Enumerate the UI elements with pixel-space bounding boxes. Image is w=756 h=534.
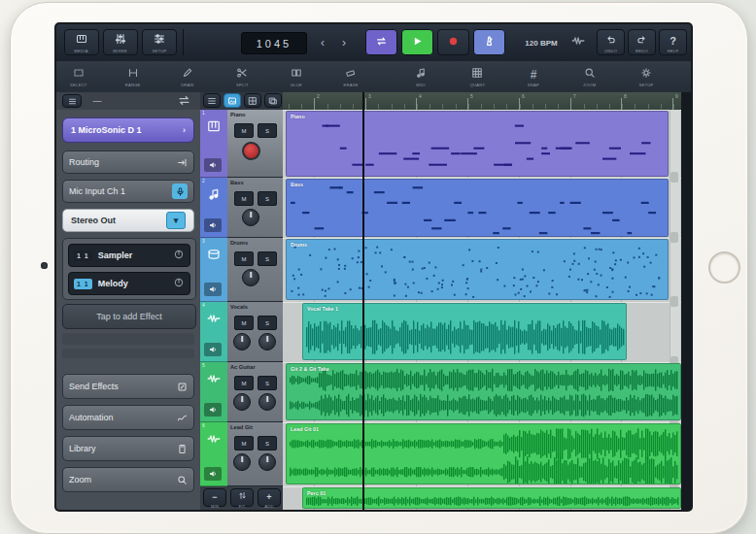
clip-piano[interactable]: Piano bbox=[286, 111, 669, 177]
home-button[interactable] bbox=[708, 251, 740, 284]
solo-button[interactable]: S bbox=[258, 191, 277, 206]
tool-glue-button[interactable]: GLUE bbox=[282, 64, 311, 89]
clip-git-2-git-take[interactable]: Git 2 & Git Take bbox=[286, 363, 681, 420]
track-color-strip[interactable]: 3 bbox=[200, 238, 227, 302]
pan-knob[interactable] bbox=[242, 269, 259, 286]
track-color-strip[interactable]: 2 bbox=[200, 178, 227, 238]
setup-button[interactable]: SETUP bbox=[142, 29, 177, 55]
pan-knob[interactable] bbox=[242, 209, 259, 226]
track-row-5[interactable]: 5Ac GuitarMS bbox=[200, 362, 283, 421]
tracklist-shrink-button[interactable]: −MIN bbox=[203, 488, 226, 507]
solo-button[interactable]: S bbox=[258, 123, 277, 138]
tempo-display[interactable]: 120 BPM bbox=[513, 36, 569, 50]
clip-end-handle[interactable] bbox=[670, 232, 678, 243]
parts-view-button[interactable] bbox=[223, 93, 241, 108]
inspector-collapse-button[interactable]: — bbox=[89, 93, 105, 108]
play-button[interactable] bbox=[401, 29, 433, 55]
grid-view-button[interactable] bbox=[244, 93, 261, 108]
midi-row-1[interactable]: 1 1Melody bbox=[68, 272, 190, 295]
clip-end-handle[interactable] bbox=[670, 172, 678, 183]
list-view-button[interactable] bbox=[203, 93, 221, 108]
volume-knob[interactable] bbox=[258, 393, 276, 411]
solo-button[interactable]: S bbox=[258, 251, 277, 266]
tool-midi-button[interactable]: MIDI bbox=[406, 64, 435, 89]
cycle-button[interactable] bbox=[365, 29, 397, 55]
track-row-1[interactable]: 1PianoMS bbox=[200, 110, 283, 177]
track-row-2[interactable]: 2BassMS bbox=[200, 178, 283, 237]
timeline-ruler[interactable]: 23456789 bbox=[283, 92, 681, 111]
inspector-row-input[interactable]: Mic Input Ch 1 bbox=[62, 180, 194, 203]
clip-perc-01[interactable]: Perc 01 bbox=[302, 487, 681, 509]
mute-button[interactable]: M bbox=[234, 436, 254, 451]
tracklist-fit-button[interactable]: FIT bbox=[230, 488, 254, 507]
layers-view-button[interactable] bbox=[264, 93, 282, 108]
monitor-button[interactable] bbox=[204, 283, 222, 296]
undo-button[interactable]: UNDO bbox=[597, 29, 625, 55]
media-button[interactable]: MEDIA bbox=[64, 29, 99, 55]
left-locator-flag[interactable] bbox=[285, 95, 298, 109]
metronome-button[interactable] bbox=[473, 29, 505, 55]
inspector-section-send-effects[interactable]: Send Effects bbox=[62, 374, 194, 399]
mute-button[interactable]: M bbox=[234, 376, 254, 390]
nudge-back-button[interactable]: ‹ bbox=[315, 32, 330, 52]
clip-lead-git-01[interactable]: Lead Git 01 bbox=[286, 423, 681, 484]
inspector-section-automation[interactable]: Automation bbox=[62, 405, 194, 430]
tool-split-button[interactable]: SPLIT bbox=[227, 64, 257, 89]
position-display[interactable]: 1045 bbox=[241, 32, 307, 54]
solo-button[interactable]: S bbox=[258, 376, 277, 390]
tool-zoom-button[interactable]: ZOOM bbox=[575, 64, 604, 89]
monitor-button[interactable] bbox=[204, 467, 222, 481]
nudge-forward-button[interactable]: › bbox=[336, 32, 352, 52]
solo-button[interactable]: S bbox=[258, 436, 277, 451]
tool-range-button[interactable]: RANGE bbox=[119, 64, 148, 89]
tool-settings-button[interactable]: SETUP bbox=[632, 64, 661, 89]
pan-knob[interactable] bbox=[233, 453, 251, 471]
inspector-mini-button[interactable] bbox=[62, 94, 82, 108]
record-button[interactable] bbox=[437, 29, 469, 55]
output-select[interactable]: Stereo Out▾ bbox=[62, 209, 194, 232]
tool-erase-button[interactable]: ERASE bbox=[336, 64, 365, 89]
solo-button[interactable]: S bbox=[258, 316, 277, 330]
track-color-strip[interactable]: 5 bbox=[200, 362, 227, 422]
mute-button[interactable]: M bbox=[234, 251, 254, 266]
tool-draw-button[interactable]: DRAW bbox=[173, 64, 202, 89]
playhead[interactable] bbox=[362, 92, 364, 510]
mute-button[interactable]: M bbox=[234, 123, 254, 138]
monitor-button[interactable] bbox=[204, 343, 222, 356]
record-arm-button[interactable] bbox=[242, 142, 260, 160]
tool-select-button[interactable]: SELECT bbox=[64, 64, 93, 89]
volume-knob[interactable] bbox=[258, 333, 276, 350]
tracklist-add-button[interactable]: +ADD bbox=[258, 488, 281, 507]
clip-vocal-take-1[interactable]: Vocal Take 1 bbox=[302, 303, 627, 360]
monitor-button[interactable] bbox=[204, 218, 222, 232]
tool-snap-button[interactable]: #SNAP bbox=[519, 64, 548, 89]
redo-button[interactable]: REDO bbox=[628, 29, 656, 55]
monitor-button[interactable] bbox=[204, 158, 222, 172]
help-button[interactable]: ?HELP bbox=[659, 29, 687, 55]
inspector-row-routing[interactable]: Routing bbox=[62, 150, 194, 174]
pan-knob[interactable] bbox=[233, 333, 251, 350]
inspector-section-library[interactable]: Library bbox=[62, 436, 194, 461]
track-color-strip[interactable]: 6 bbox=[200, 422, 227, 486]
mixer-button[interactable]: MIXER bbox=[103, 29, 138, 55]
inspector-track-title[interactable]: 1 MicroSonic D 1› bbox=[62, 117, 194, 143]
inspector-section-zoom[interactable]: Zoom bbox=[62, 467, 194, 492]
clip-drums[interactable]: Drums bbox=[286, 239, 669, 300]
pan-knob[interactable] bbox=[233, 393, 251, 411]
monitor-button[interactable] bbox=[204, 403, 222, 417]
midi-row-0[interactable]: 1 1Sampler bbox=[68, 244, 190, 267]
track-row-3[interactable]: 3DrumsMS bbox=[200, 238, 283, 301]
track-row-4[interactable]: 4VocalsMS bbox=[200, 302, 283, 361]
mute-button[interactable]: M bbox=[234, 316, 254, 330]
track-row-6[interactable]: 6Lead GitMS bbox=[200, 422, 283, 485]
add-effect-button[interactable]: Tap to add Effect bbox=[62, 304, 196, 329]
volume-knob[interactable] bbox=[258, 453, 276, 471]
right-locator-flag[interactable] bbox=[658, 95, 671, 109]
track-color-strip[interactable]: 4 bbox=[200, 302, 227, 362]
inspector-section-label: Automation bbox=[69, 413, 114, 422]
tool-quantize-button[interactable]: QUANT bbox=[463, 64, 492, 89]
clip-end-handle[interactable] bbox=[670, 296, 678, 307]
track-color-strip[interactable]: 1 bbox=[200, 110, 227, 178]
clip-bass[interactable]: Bass bbox=[286, 179, 669, 237]
mute-button[interactable]: M bbox=[234, 191, 254, 206]
